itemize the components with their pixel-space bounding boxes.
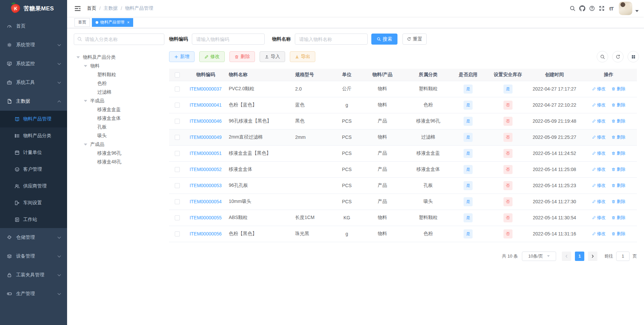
current-page[interactable]: 1 xyxy=(575,252,584,261)
row-delete-link[interactable]: 删除 xyxy=(611,86,625,92)
tree-node[interactable]: 移液盒48孔 xyxy=(74,158,164,166)
row-edit-link[interactable]: 修改 xyxy=(592,199,606,205)
item-code-link[interactable]: ITEM00000056 xyxy=(190,231,222,236)
item-code-link[interactable]: ITEM00000037 xyxy=(190,86,222,92)
row-edit-link[interactable]: 修改 xyxy=(592,150,606,156)
row-delete-link[interactable]: 删除 xyxy=(611,199,625,205)
category-search-input[interactable] xyxy=(74,34,164,45)
row-checkbox[interactable] xyxy=(175,151,180,156)
sidebar-item[interactable]: 工作站 xyxy=(0,211,67,228)
import-button[interactable]: 导入 xyxy=(260,51,285,62)
item-code-link[interactable]: ITEM00000049 xyxy=(190,134,222,140)
row-delete-link[interactable]: 删除 xyxy=(611,166,625,172)
close-icon[interactable]: × xyxy=(127,20,129,24)
row-checkbox[interactable] xyxy=(175,231,180,236)
sidebar-item[interactable]: 生产管理 xyxy=(0,284,67,303)
row-edit-link[interactable]: 修改 xyxy=(592,166,606,172)
tree-node[interactable]: 塑料颗粒 xyxy=(74,70,164,79)
row-edit-link[interactable]: 修改 xyxy=(592,118,606,124)
edit-button[interactable]: 修改 xyxy=(199,51,225,62)
row-checkbox[interactable] xyxy=(175,103,180,108)
item-code-link[interactable]: ITEM00000051 xyxy=(190,151,222,156)
tree-node[interactable]: 移液盒96孔 xyxy=(74,149,164,158)
refresh-button[interactable] xyxy=(612,51,624,62)
breadcrumb-item[interactable]: 主数据 xyxy=(104,5,118,11)
caret-down-icon[interactable] xyxy=(84,65,87,67)
tree-node[interactable]: 移液盒盒体 xyxy=(74,114,164,123)
tree-node[interactable]: 过滤棉 xyxy=(74,88,164,97)
sidebar-item[interactable]: 主数据 xyxy=(0,92,67,111)
tree-node[interactable]: 产成品 xyxy=(74,140,164,149)
row-edit-link[interactable]: 修改 xyxy=(592,182,606,188)
export-button[interactable]: 导出 xyxy=(290,51,315,62)
row-delete-link[interactable]: 删除 xyxy=(611,134,625,140)
sidebar-item[interactable]: 物料产品管理 xyxy=(0,111,67,127)
sidebar-item[interactable]: 设备管理 xyxy=(0,247,67,266)
tree-node[interactable]: 半成品 xyxy=(74,97,164,105)
row-edit-link[interactable]: 修改 xyxy=(592,134,606,140)
font-size-icon[interactable]: tT xyxy=(606,3,616,13)
sidebar-item[interactable]: 首页 xyxy=(0,17,67,36)
show-search-button[interactable] xyxy=(597,51,608,62)
row-checkbox[interactable] xyxy=(175,183,180,188)
sidebar-item[interactable]: 系统监控 xyxy=(0,54,67,73)
tree-node[interactable]: 物料及产品分类 xyxy=(74,53,164,62)
sidebar-item[interactable]: 计量单位 xyxy=(0,144,67,161)
sidebar-item[interactable]: 车间设置 xyxy=(0,195,67,211)
row-edit-link[interactable]: 修改 xyxy=(592,231,606,237)
row-delete-link[interactable]: 删除 xyxy=(611,118,625,124)
column-settings-button[interactable] xyxy=(628,51,639,62)
code-filter-input[interactable] xyxy=(192,34,265,45)
row-checkbox[interactable] xyxy=(175,199,180,204)
sidebar-item[interactable]: 仓储管理 xyxy=(0,228,67,247)
breadcrumb-home[interactable]: 首页 xyxy=(87,5,96,11)
github-icon[interactable] xyxy=(577,3,587,13)
item-code-link[interactable]: ITEM00000054 xyxy=(190,199,222,204)
caret-down-icon[interactable] xyxy=(635,10,639,12)
item-code-link[interactable]: ITEM00000052 xyxy=(190,167,222,172)
sidebar-item[interactable]: 工装夹具管理 xyxy=(0,266,67,284)
row-checkbox[interactable] xyxy=(175,119,180,124)
row-delete-link[interactable]: 删除 xyxy=(611,231,625,237)
sidebar-collapse-icon[interactable] xyxy=(74,5,81,12)
row-edit-link[interactable]: 修改 xyxy=(592,86,606,92)
row-delete-link[interactable]: 删除 xyxy=(611,102,625,108)
item-code-link[interactable]: ITEM00000046 xyxy=(190,118,222,124)
row-delete-link[interactable]: 删除 xyxy=(611,215,625,221)
page-size-select[interactable]: 10条/页 xyxy=(522,252,556,261)
sidebar-item[interactable]: 供应商管理 xyxy=(0,178,67,195)
caret-down-icon[interactable] xyxy=(84,100,87,102)
sidebar-item[interactable]: 系统管理 xyxy=(0,36,67,54)
item-code-link[interactable]: ITEM00000053 xyxy=(190,183,222,188)
caret-down-icon[interactable] xyxy=(84,144,87,146)
add-button[interactable]: 新增 xyxy=(169,51,195,62)
prev-page-button[interactable] xyxy=(562,252,571,261)
tab-home[interactable]: 首页 xyxy=(74,18,90,27)
search-icon[interactable] xyxy=(568,3,577,13)
name-filter-input[interactable] xyxy=(295,34,368,45)
item-code-link[interactable]: ITEM00000055 xyxy=(190,215,222,220)
tree-node[interactable]: 吸头 xyxy=(74,131,164,140)
search-button[interactable]: 搜索 xyxy=(371,34,397,45)
row-checkbox[interactable] xyxy=(175,135,180,140)
row-delete-link[interactable]: 删除 xyxy=(611,182,625,188)
tree-node[interactable]: 物料 xyxy=(74,62,164,70)
help-icon[interactable] xyxy=(587,3,597,13)
row-edit-link[interactable]: 修改 xyxy=(592,102,606,108)
row-checkbox[interactable] xyxy=(175,167,180,172)
sidebar-item[interactable]: 物料产品分类 xyxy=(0,127,67,144)
sidebar-item[interactable]: 系统工具 xyxy=(0,73,67,92)
row-checkbox[interactable] xyxy=(175,215,180,220)
sidebar-item[interactable]: 客户管理 xyxy=(0,161,67,178)
next-page-button[interactable] xyxy=(588,252,597,261)
fullscreen-icon[interactable] xyxy=(597,3,606,13)
delete-button[interactable]: 删除 xyxy=(229,51,255,62)
tree-node[interactable]: 移液盒盒盖 xyxy=(74,105,164,114)
avatar[interactable] xyxy=(619,2,632,15)
row-delete-link[interactable]: 删除 xyxy=(611,150,625,156)
tree-node[interactable]: 色粉 xyxy=(74,79,164,88)
goto-page-input[interactable] xyxy=(616,252,630,261)
item-code-link[interactable]: ITEM00000041 xyxy=(190,102,222,108)
row-checkbox[interactable] xyxy=(175,87,180,92)
reset-button[interactable]: 重置 xyxy=(402,34,427,45)
